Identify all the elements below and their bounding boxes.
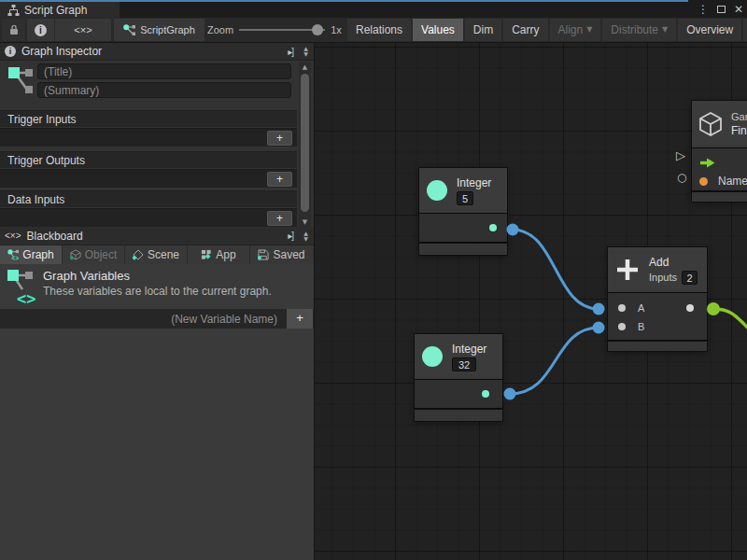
svg-text:<>: <> — [17, 289, 35, 307]
input-port-a[interactable] — [618, 304, 626, 312]
scroll-up-icon[interactable]: ▲ — [299, 63, 311, 71]
tab-saved[interactable]: Saved — [250, 245, 313, 264]
tab-script-graph[interactable]: Script Graph — [0, 2, 120, 18]
tab-object[interactable]: Object — [63, 245, 125, 264]
blackboard-title: Blackboard — [27, 230, 83, 243]
graph-inspector-header: i Graph Inspector ▸] ▲▼ — [0, 43, 314, 61]
tab-scene[interactable]: Scene — [125, 245, 188, 264]
integer-output-port[interactable] — [482, 390, 489, 398]
graph-title-icon — [7, 65, 35, 99]
inputs-count-field[interactable]: 2 — [682, 271, 698, 285]
inspector-scrollbar[interactable]: ▲ ▼ — [299, 62, 311, 228]
graph-title-input[interactable] — [37, 63, 291, 79]
object-tab-icon — [70, 249, 81, 260]
add-icon — [615, 258, 640, 282]
lock-button[interactable] — [2, 19, 25, 41]
node-body — [415, 380, 502, 408]
node-footer — [692, 192, 747, 202]
node-footer — [608, 342, 707, 351]
zoom-slider[interactable] — [239, 24, 325, 35]
close-icon[interactable]: ✕ — [734, 2, 743, 17]
chevron-down-icon: ▼ — [662, 26, 668, 34]
menu-icon[interactable]: ⋮ — [698, 2, 709, 17]
dim-button[interactable]: Dim — [465, 19, 501, 41]
values-button[interactable]: Values — [413, 19, 463, 41]
integer-node-2[interactable]: Integer 32 — [415, 334, 502, 421]
graph-breadcrumb-button[interactable]: ScriptGraph — [114, 19, 204, 41]
dock-icon[interactable]: ▸] — [288, 47, 295, 57]
code-brackets-icon: <×> — [74, 24, 92, 35]
node-title: Add — [649, 256, 698, 269]
code-view-button[interactable]: <×> — [55, 19, 111, 41]
relations-button[interactable]: Relations — [347, 19, 411, 41]
overview-button[interactable]: Overview — [678, 19, 741, 41]
graph-variables-info: <> Graph Variables These variables are l… — [0, 264, 314, 309]
port-row-b: B — [608, 317, 707, 336]
new-variable-input[interactable] — [0, 309, 285, 329]
chevron-down-icon: ▼ — [586, 26, 592, 34]
data-port-outline-icon[interactable]: ○ — [677, 171, 686, 184]
add-node[interactable]: Add Inputs 2 A B — [608, 247, 707, 351]
trigger-outputs-list: + — [0, 169, 297, 188]
integer-output-port[interactable] — [489, 224, 497, 231]
panel-scroll-arrows[interactable]: ▲▼ — [301, 46, 314, 57]
info-icon: i — [35, 24, 47, 36]
dock-icon[interactable]: ▸] — [288, 231, 295, 241]
name-input-port[interactable] — [699, 177, 708, 186]
zoom-value: 1x — [331, 24, 342, 35]
lock-icon — [9, 24, 19, 35]
tab-title: Script Graph — [24, 4, 87, 17]
trigger-port-row — [692, 153, 747, 172]
new-variable-row: + — [0, 309, 314, 329]
trigger-inputs-list: + — [0, 128, 297, 147]
full-screen-button[interactable]: Full Screen — [743, 19, 747, 41]
blackboard-tabs: <> Graph Object Scene — [0, 245, 314, 264]
zoom-slider-handle[interactable] — [312, 24, 323, 35]
carry-button[interactable]: Carry — [503, 19, 547, 41]
graph-toolbar: i <×> ScriptGraph Zoom 1x Relations Valu… — [0, 18, 747, 43]
trigger-port-outline-icon[interactable]: ▷ — [676, 148, 685, 162]
inputs-label: Inputs — [649, 272, 677, 283]
zoom-label: Zoom — [207, 24, 233, 35]
input-port-b[interactable] — [618, 323, 626, 330]
maximize-icon[interactable] — [717, 6, 726, 13]
panel-scroll-arrows[interactable]: ▲▼ — [301, 231, 314, 242]
port-label: A — [638, 302, 644, 314]
integer-value-field[interactable]: 5 — [457, 191, 473, 205]
graph-summary-input[interactable] — [37, 82, 291, 98]
gameobject-find-node[interactable]: Game Object Find Name — [692, 101, 747, 202]
graph-name: ScriptGraph — [140, 24, 195, 35]
integer-value-field[interactable]: 32 — [452, 357, 476, 371]
tab-app[interactable]: App — [188, 245, 250, 264]
add-variable-button[interactable]: + — [287, 309, 313, 329]
scrollbar-thumb[interactable] — [301, 74, 309, 212]
blackboard-icon: <×> — [5, 231, 21, 241]
port-label: Name — [718, 175, 747, 188]
tab-graph[interactable]: <> Graph — [0, 245, 63, 264]
scroll-down-icon: ▼ — [303, 236, 308, 242]
section-trigger-inputs: Trigger Inputs — [0, 110, 297, 127]
trigger-arrow-icon[interactable] — [699, 158, 716, 168]
align-button[interactable]: Align▼ — [550, 19, 601, 41]
add-output-port[interactable] — [686, 304, 694, 312]
graph-inspector-title: Graph Inspector — [21, 45, 102, 58]
add-data-input-button[interactable]: + — [267, 211, 292, 226]
sidebar-panel: i Graph Inspector ▸] ▲▼ ▲ ▼ Trigger Inpu… — [0, 43, 314, 560]
add-trigger-output-button[interactable]: + — [267, 172, 292, 187]
scene-tab-icon — [133, 249, 144, 260]
node-title: Integer — [457, 176, 491, 189]
node-title: Integer — [452, 343, 486, 356]
graph-variables-title: Graph Variables — [43, 269, 130, 283]
svg-text:<>: <> — [12, 255, 19, 260]
info-button[interactable]: i — [27, 19, 54, 41]
graph-tab-icon: <> — [7, 249, 19, 260]
scroll-down-icon[interactable]: ▼ — [299, 218, 311, 226]
add-trigger-input-button[interactable]: + — [267, 131, 292, 146]
saved-tab-icon — [258, 249, 269, 260]
distribute-button[interactable]: Distribute▼ — [602, 19, 676, 41]
integer-node-1[interactable]: Integer 5 — [419, 168, 507, 255]
integer-icon — [427, 180, 447, 201]
graph-canvas[interactable]: Integer 5 Integer 32 — [314, 43, 747, 560]
node-title: Find — [731, 124, 747, 137]
info-icon: i — [5, 46, 16, 57]
